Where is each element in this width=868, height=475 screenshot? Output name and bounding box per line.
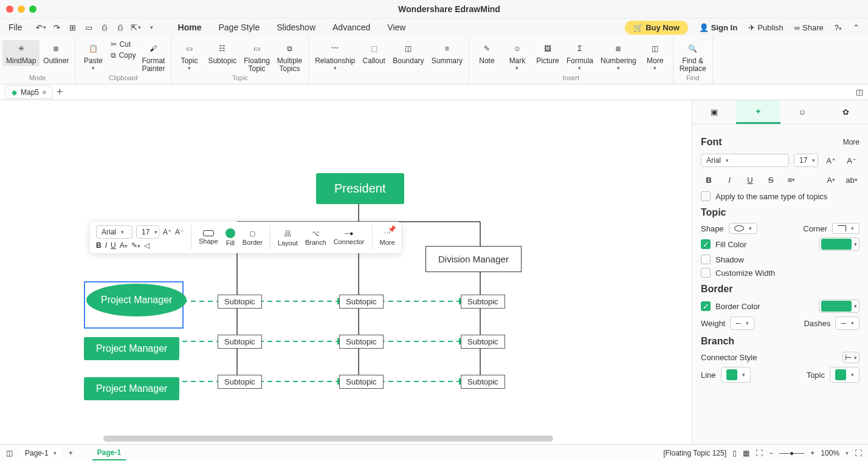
paste-button[interactable]: 📋Paste▾ <box>78 40 108 72</box>
node-division-manager[interactable]: Division Manager <box>425 246 522 272</box>
apply-same-checkbox[interactable] <box>701 191 711 201</box>
border-color-swatch[interactable]: ▾ <box>819 299 859 313</box>
align-button[interactable]: ≡▾ <box>784 172 799 188</box>
layout-button[interactable]: 品Layout <box>275 229 300 247</box>
node-subtopic[interactable]: Subtopic <box>461 375 505 389</box>
collapse-ribbon-icon[interactable]: ⌃ <box>853 23 859 32</box>
node-project-manager-1[interactable]: Project Manager <box>86 284 187 316</box>
sp-tab-emoji[interactable]: ☺ <box>780 100 824 124</box>
fill-color-checkbox[interactable]: ✓ <box>701 239 711 249</box>
numbering-button[interactable]: ≣Numbering▾ <box>597 40 640 72</box>
file-menu[interactable]: File <box>9 22 22 32</box>
undo-icon[interactable]: ↶ ▾ <box>36 22 47 33</box>
picture-button[interactable]: 🖼Picture <box>532 40 563 72</box>
highlight-button[interactable]: ✎▾ <box>131 241 140 250</box>
node-subtopic[interactable]: Subtopic <box>339 295 384 309</box>
summary-button[interactable]: ≡Summary <box>428 40 466 81</box>
page-tab[interactable]: Page-1 <box>92 446 126 460</box>
font-family-select[interactable]: Arial <box>701 154 789 167</box>
zoom-slider[interactable]: ──●── <box>779 449 804 457</box>
horizontal-scrollbar[interactable] <box>103 436 553 442</box>
find-replace-button[interactable]: 🔍Find & Replace <box>676 40 710 74</box>
sp-tab-outline[interactable]: ▣ <box>692 100 736 124</box>
custom-width-checkbox[interactable] <box>701 268 711 278</box>
font-dec-button[interactable]: A⁻ <box>844 152 859 168</box>
font-color-button[interactable]: A▾ <box>823 172 839 188</box>
callout-button[interactable]: ⬚Callout <box>359 40 389 81</box>
font-size-select[interactable]: 17 <box>794 154 818 167</box>
doc-tab[interactable]: ◆ Map5 <box>5 86 53 99</box>
shadow-checkbox[interactable] <box>701 255 711 264</box>
font-inc-button[interactable]: A⁺ <box>823 152 839 168</box>
mark-button[interactable]: ☺Mark▾ <box>502 40 532 72</box>
connector-button[interactable]: ─●Connector <box>331 230 367 245</box>
corner-select[interactable] <box>832 223 859 234</box>
tab-view[interactable]: View <box>387 22 405 32</box>
tab-slideshow[interactable]: Slideshow <box>277 22 315 32</box>
outliner-button[interactable]: ≣Outliner <box>40 40 72 66</box>
topic-button[interactable]: ▭Topic▾ <box>174 40 204 74</box>
border-color-checkbox[interactable]: ✓ <box>701 301 711 311</box>
subtopic-button[interactable]: ☷Subtopic <box>204 40 240 74</box>
qa-more-icon[interactable]: ▾ <box>146 22 157 33</box>
floating-topic-button[interactable]: ▭Floating Topic <box>240 40 274 74</box>
close-window-icon[interactable] <box>6 5 13 13</box>
underline-button[interactable]: U <box>111 241 116 250</box>
canvas[interactable]: President Division Manager Project Manag… <box>0 100 692 444</box>
format-painter-button[interactable]: 🖌Format Painter <box>138 40 168 74</box>
new-tab-button[interactable]: + <box>57 86 63 98</box>
bold-button[interactable]: B <box>96 241 102 250</box>
node-president[interactable]: President <box>316 173 404 204</box>
open-icon[interactable]: ▭ <box>83 22 94 33</box>
boundary-button[interactable]: ◫Boundary <box>389 40 427 81</box>
border-button[interactable]: ▢Border <box>240 230 265 246</box>
clear-format-button[interactable]: ◁ <box>144 241 150 250</box>
signin-button[interactable]: 👤 Sign In <box>699 23 737 32</box>
node-project-manager-3[interactable]: Project Manager <box>84 377 179 400</box>
relationship-button[interactable]: 〰Relationship▾ <box>311 40 359 81</box>
size-select[interactable]: 17 <box>136 225 159 239</box>
multiple-topics-button[interactable]: ⧉Multiple Topics <box>274 40 306 74</box>
buy-now-button[interactable]: 🛒 Buy Now <box>625 21 688 35</box>
copy-button[interactable]: ⧉ Copy <box>111 51 136 60</box>
formula-button[interactable]: ΣFormula▾ <box>563 40 597 72</box>
cut-button[interactable]: ✂ Cut <box>111 40 136 49</box>
weight-select[interactable]: ─ <box>730 316 754 330</box>
connector-style-select[interactable]: ⊢ ▾ <box>842 352 859 363</box>
zoom-dropdown-icon[interactable]: ▾ <box>846 450 849 456</box>
maximize-window-icon[interactable] <box>29 5 36 13</box>
font-decrease-icon[interactable]: A⁻ <box>175 228 184 236</box>
view-mode-2-icon[interactable]: ▦ <box>743 449 749 457</box>
node-subtopic[interactable]: Subtopic <box>461 335 505 349</box>
more-button[interactable]: ◫More▾ <box>640 40 670 72</box>
branch-button[interactable]: ⌥Branch <box>303 230 329 246</box>
italic-button[interactable]: I <box>105 241 107 250</box>
node-subtopic[interactable]: Subtopic <box>339 335 384 349</box>
publish-button[interactable]: ✈ Publish <box>748 23 784 32</box>
shape-select[interactable] <box>729 223 757 234</box>
strike-button[interactable]: S <box>763 172 779 188</box>
export-icon[interactable]: ⇱ ▾ <box>131 22 142 33</box>
panel-toggle-icon[interactable]: ◫ <box>856 87 863 97</box>
view-mode-1-icon[interactable]: ▯ <box>732 449 737 457</box>
minimize-window-icon[interactable] <box>18 5 25 13</box>
fullscreen-icon[interactable]: ⛶ <box>855 449 862 457</box>
zoom-out-button[interactable]: − <box>769 449 773 457</box>
node-subtopic[interactable]: Subtopic <box>339 375 384 389</box>
font-more-link[interactable]: More <box>843 138 859 146</box>
node-subtopic[interactable]: Subtopic <box>218 375 262 389</box>
sp-tab-clipart[interactable]: ✿ <box>824 100 868 124</box>
italic-button[interactable]: I <box>722 172 737 188</box>
node-subtopic[interactable]: Subtopic <box>461 295 505 309</box>
node-subtopic[interactable]: Subtopic <box>218 295 262 309</box>
add-page-button[interactable]: + <box>69 449 73 457</box>
dashes-select[interactable]: ─ <box>835 316 859 330</box>
note-button[interactable]: ✎Note <box>472 40 502 72</box>
bold-button[interactable]: B <box>701 172 717 188</box>
fill-button[interactable]: Fill <box>223 228 238 247</box>
text-transform-button[interactable]: ab▾ <box>844 172 859 188</box>
tab-page-style[interactable]: Page Style <box>218 22 260 32</box>
line-color-select[interactable] <box>721 367 751 383</box>
node-subtopic[interactable]: Subtopic <box>218 335 262 349</box>
shape-button[interactable]: Shape <box>196 230 221 245</box>
